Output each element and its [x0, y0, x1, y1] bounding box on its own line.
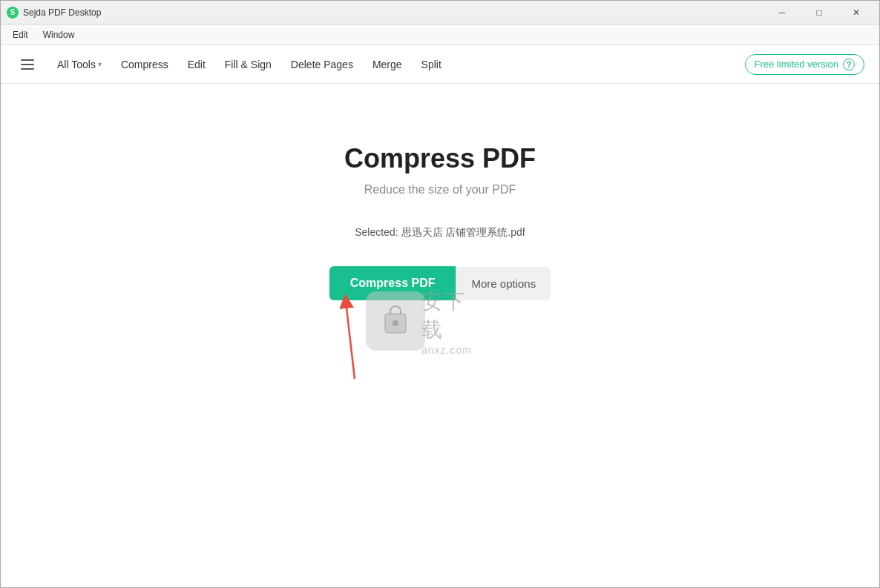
- hamburger-line-1: [21, 59, 34, 61]
- svg-point-1: [393, 320, 398, 326]
- menu-window[interactable]: Window: [37, 27, 81, 43]
- nav-delete-pages[interactable]: Delete Pages: [282, 54, 362, 75]
- svg-rect-0: [385, 314, 406, 333]
- app-title: Sejda PDF Desktop: [23, 7, 101, 18]
- nav-fill-sign[interactable]: Fill & Sign: [216, 54, 280, 75]
- watermark-overlay: 安下载 anxz.com: [381, 291, 425, 351]
- selected-filename: 思迅天店 店铺管理系统.pdf: [401, 226, 525, 238]
- title-bar-left: S Sejda PDF Desktop: [7, 7, 101, 19]
- hamburger-line-3: [21, 68, 34, 70]
- page-subtitle: Reduce the size of your PDF: [364, 183, 516, 196]
- app-logo: S: [7, 7, 19, 19]
- toolbar: All Tools ▾ Compress Edit Fill & Sign De…: [1, 45, 879, 84]
- selected-label: Selected:: [355, 226, 398, 238]
- hamburger-line-2: [21, 64, 34, 65]
- nav-all-tools[interactable]: All Tools ▾: [48, 54, 111, 75]
- nav-compress[interactable]: Compress: [112, 54, 177, 75]
- menu-bar: Edit Window: [1, 24, 879, 45]
- help-icon: ?: [843, 59, 855, 70]
- maximize-button[interactable]: □: [802, 1, 836, 24]
- chevron-down-icon: ▾: [98, 60, 102, 68]
- hamburger-menu[interactable]: [16, 53, 39, 76]
- red-arrow-indicator: [340, 290, 362, 389]
- close-button[interactable]: ✕: [839, 1, 873, 24]
- main-content: Compress PDF Reduce the size of your PDF…: [1, 84, 879, 587]
- nav-split[interactable]: Split: [413, 54, 450, 75]
- svg-line-2: [346, 301, 355, 379]
- free-version-badge[interactable]: Free limited version ?: [745, 54, 864, 75]
- free-version-label: Free limited version: [755, 59, 838, 70]
- selected-file-info: Selected: 思迅天店 店铺管理系统.pdf: [355, 226, 525, 240]
- watermark-pinyin-text: anxz.com: [421, 344, 472, 356]
- compress-pdf-button[interactable]: Compress PDF: [329, 266, 456, 300]
- watermark-icon: [366, 291, 425, 351]
- action-row: Compress PDF More options: [329, 266, 551, 300]
- page-title: Compress PDF: [344, 143, 536, 174]
- minimize-button[interactable]: ─: [765, 1, 799, 24]
- title-bar: S Sejda PDF Desktop ─ □ ✕: [1, 1, 879, 24]
- window-controls: ─ □ ✕: [765, 1, 873, 24]
- nav-merge[interactable]: Merge: [364, 54, 411, 75]
- nav-edit[interactable]: Edit: [179, 54, 214, 75]
- menu-edit[interactable]: Edit: [7, 27, 34, 43]
- more-options-button[interactable]: More options: [456, 267, 551, 300]
- toolbar-nav: All Tools ▾ Compress Edit Fill & Sign De…: [48, 54, 742, 75]
